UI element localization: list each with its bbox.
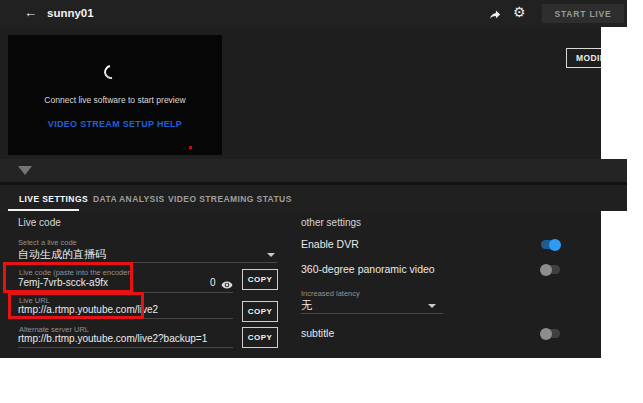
field-underline (301, 313, 443, 314)
subtitle-toggle[interactable] (541, 329, 560, 338)
red-dot-indicator (189, 146, 192, 149)
copy-alternate-url-button[interactable]: COPY (242, 327, 278, 348)
loading-spinner-icon (101, 62, 120, 81)
field-underline (18, 262, 277, 263)
tab-video-streaming-status[interactable]: VIDEO STREAMING STATUS (168, 194, 292, 204)
start-live-button[interactable]: START LIVE (542, 4, 624, 23)
field-underline (18, 318, 233, 319)
collapse-strip (0, 159, 627, 182)
other-settings-heading: other settings (301, 217, 361, 228)
live-code-select[interactable]: 自动生成的直播码 (18, 247, 106, 262)
tab-data-analysis[interactable]: DATA ANALYSIS (93, 194, 164, 204)
preview-status-text: Connect live software to start preview (8, 95, 222, 105)
select-live-code-label: Select a live code (18, 238, 77, 247)
live-code-heading: Live code (18, 217, 61, 228)
copy-live-url-button[interactable]: COPY (242, 301, 278, 322)
tab-live-settings[interactable]: LIVE SETTINGS (19, 194, 88, 204)
video-stream-setup-help-link[interactable]: VIDEO STREAM SETUP HELP (8, 119, 222, 129)
video-preview-box: Connect live software to start preview V… (8, 35, 222, 155)
enable-dvr-toggle[interactable] (541, 240, 560, 249)
field-underline (18, 292, 233, 293)
field-underline (18, 347, 233, 348)
stream-title: sunny01 (47, 7, 94, 19)
preview-section: Connect live software to start preview V… (0, 27, 601, 159)
increased-latency-label: Increased latency (301, 289, 360, 298)
collapse-arrow-icon[interactable] (18, 166, 32, 175)
stream-key-counter: 0 (210, 277, 216, 288)
chevron-down-icon[interactable] (428, 304, 436, 308)
share-icon[interactable] (488, 7, 501, 25)
stream-key-label: Live code (paste into the encoder) (19, 268, 132, 277)
chevron-down-icon[interactable] (267, 253, 275, 257)
latency-select[interactable]: 无 (301, 298, 312, 313)
top-bar: ← sunny01 ⚙ START LIVE (0, 0, 627, 27)
enable-dvr-label: Enable DVR (301, 238, 359, 250)
stream-key-value[interactable]: 7emj-7vrb-scck-a9fx (18, 277, 108, 288)
tab-bar: LIVE SETTINGS DATA ANALYSIS VIDEO STREAM… (0, 185, 627, 211)
live-settings-panel: Live code Select a live code 自动生成的直播码 Li… (0, 211, 601, 358)
subtitle-label: subtitle (301, 327, 334, 339)
live-url-value[interactable]: rtmp://a.rtmp.youtube.com/live2 (18, 304, 158, 315)
modify-button[interactable]: MODIFY (566, 48, 601, 68)
alternate-server-url-value[interactable]: rtmp://b.rtmp.youtube.com/live2?backup=1 (18, 333, 207, 344)
copy-stream-key-button[interactable]: COPY (242, 269, 278, 290)
panoramic-video-toggle[interactable] (541, 265, 560, 274)
gear-icon[interactable]: ⚙ (513, 4, 526, 20)
panoramic-video-label: 360-degree panoramic video (301, 263, 435, 275)
back-arrow-icon[interactable]: ← (24, 5, 37, 20)
